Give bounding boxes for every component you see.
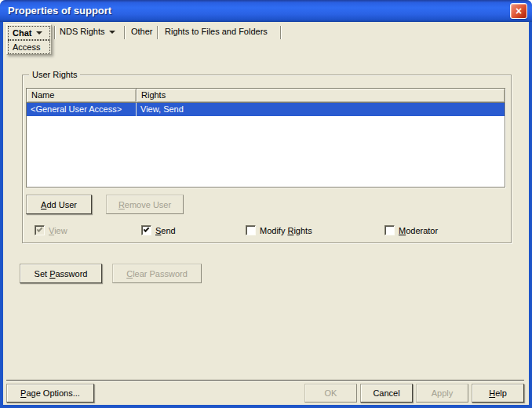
- tab-chat-label: Chat: [13, 28, 31, 38]
- column-header-rights[interactable]: Rights: [137, 89, 505, 103]
- checkbox-box[interactable]: [246, 225, 256, 235]
- clear-password-button[interactable]: Clear Password: [112, 264, 202, 283]
- tab-rights-to-files-and-folders-label: Rights to Files and Folders: [165, 24, 268, 39]
- help-button[interactable]: Help: [472, 384, 524, 403]
- checkbox-box[interactable]: [35, 225, 45, 235]
- view-checkbox-label: View: [49, 226, 67, 235]
- chevron-down-icon: [36, 31, 42, 35]
- footer-divider: [6, 380, 524, 381]
- tab-separator: [54, 26, 55, 39]
- checkbox-box[interactable]: [141, 225, 151, 235]
- apply-label: Apply: [432, 388, 454, 398]
- tab-other[interactable]: Other: [131, 24, 153, 39]
- view-checkbox[interactable]: View: [35, 225, 67, 235]
- page-options-label: Page Options...: [20, 388, 80, 398]
- apply-button[interactable]: Apply: [416, 384, 468, 403]
- moderator-checkbox[interactable]: Moderator: [384, 225, 438, 235]
- moderator-checkbox-label: Moderator: [399, 226, 438, 235]
- table-header-row: Name Rights: [27, 89, 505, 103]
- help-label: Help: [489, 388, 507, 398]
- dialog-content: Chat Access NDS Rights Other Rights to F…: [3, 22, 529, 405]
- tab-separator: [280, 26, 281, 39]
- close-button[interactable]: ×: [510, 3, 527, 19]
- page-options-button[interactable]: Page Options...: [6, 384, 94, 403]
- ok-button[interactable]: OK: [304, 384, 357, 403]
- column-header-name[interactable]: Name: [27, 89, 137, 103]
- subtab-access[interactable]: Access: [8, 40, 50, 54]
- tab-rights-to-files-and-folders[interactable]: Rights to Files and Folders: [165, 24, 268, 39]
- modify-rights-checkbox[interactable]: Modify Rights: [246, 225, 312, 235]
- tab-other-label: Other: [131, 24, 153, 39]
- remove-user-label: Remove User: [118, 200, 171, 209]
- check-icon: [144, 226, 150, 232]
- tab-nds-rights[interactable]: NDS Rights: [60, 24, 115, 39]
- tab-separator: [124, 26, 125, 39]
- chevron-down-icon: [109, 31, 115, 34]
- window-title: Properties of support: [8, 0, 111, 22]
- send-checkbox-label: Send: [155, 226, 176, 235]
- close-icon: ×: [516, 5, 522, 17]
- user-rights-group-label: User Rights: [29, 70, 80, 80]
- tab-separator: [157, 26, 158, 39]
- check-icon: [37, 226, 43, 232]
- subtab-access-label: Access: [13, 42, 40, 52]
- tab-chat[interactable]: Chat: [8, 26, 50, 40]
- remove-user-button[interactable]: Remove User: [106, 195, 184, 214]
- cancel-label: Cancel: [373, 388, 399, 398]
- set-password-label: Set Password: [35, 269, 88, 279]
- tab-nds-rights-label: NDS Rights: [60, 24, 104, 39]
- current-tab-box: Chat Access: [6, 24, 52, 55]
- row-rights-cell: View, Send: [137, 103, 505, 116]
- send-checkbox[interactable]: Send: [141, 225, 176, 235]
- dialog-window: Properties of support × Chat Access NDS …: [0, 0, 532, 408]
- ok-label: OK: [325, 388, 337, 398]
- table-row[interactable]: <General User Access> View, Send: [27, 103, 505, 116]
- modify-rights-checkbox-label: Modify Rights: [260, 226, 312, 235]
- set-password-button[interactable]: Set Password: [20, 264, 102, 283]
- cancel-button[interactable]: Cancel: [360, 384, 413, 403]
- user-rights-table[interactable]: Name Rights <General User Access> View, …: [26, 88, 505, 188]
- title-bar[interactable]: Properties of support ×: [0, 0, 532, 22]
- clear-password-label: Clear Password: [126, 269, 188, 279]
- row-name-cell: <General User Access>: [27, 103, 137, 116]
- add-user-label: Add User: [41, 200, 77, 209]
- add-user-button[interactable]: Add User: [26, 195, 92, 214]
- checkbox-box[interactable]: [384, 225, 395, 235]
